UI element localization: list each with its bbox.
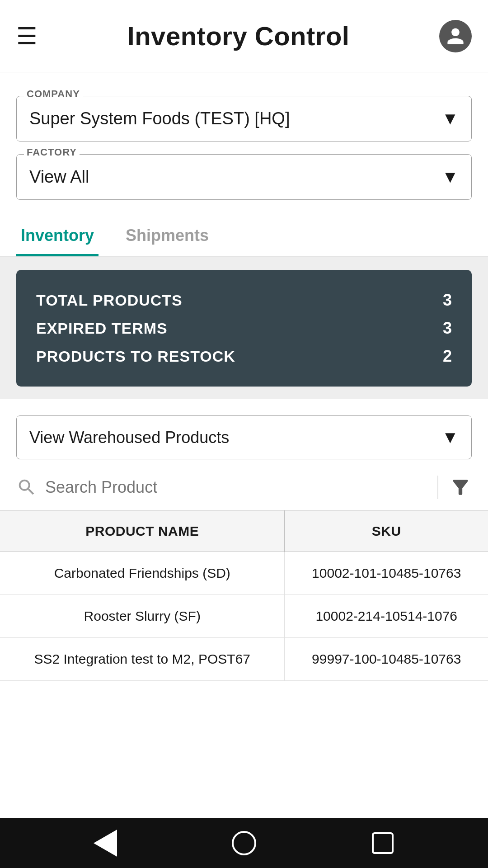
company-label: COMPANY (24, 88, 83, 100)
home-button[interactable] (230, 830, 258, 857)
cell-product-name: Rooster Slurry (SF) (0, 595, 285, 638)
company-value: Super System Foods (TEST) [HQ] (29, 109, 290, 128)
search-section (0, 459, 488, 510)
tab-inventory[interactable]: Inventory (16, 213, 99, 256)
table-row[interactable]: Carbonated Friendships (SD)10002-101-104… (0, 552, 488, 595)
total-products-value: 3 (443, 291, 452, 310)
tabs-section: Inventory Shipments (0, 213, 488, 257)
search-input[interactable] (45, 478, 427, 497)
products-to-restock-row: PRODUCTS TO RESTOCK 2 (36, 342, 452, 370)
cell-product-name: Carbonated Friendships (SD) (0, 552, 285, 595)
home-icon (232, 831, 256, 855)
cell-product-name: SS2 Integration test to M2, POST67 (0, 638, 285, 681)
products-to-restock-label: PRODUCTS TO RESTOCK (36, 348, 235, 365)
app-bar: ☰ Inventory Control (0, 0, 488, 72)
view-warehoused-select[interactable]: View Warehoused Products ▼ (16, 415, 472, 459)
view-select-chevron-icon: ▼ (441, 428, 459, 447)
view-select-value: View Warehoused Products (29, 428, 229, 447)
products-to-restock-value: 2 (443, 347, 452, 366)
recent-icon (372, 832, 394, 854)
factory-value: View All (29, 167, 89, 187)
col-sku: SKU (285, 511, 488, 552)
filter-icon[interactable] (449, 476, 472, 499)
back-icon (94, 830, 117, 857)
table-row[interactable]: SS2 Integration test to M2, POST6799997-… (0, 638, 488, 681)
table-header-row: PRODUCT NAME SKU (0, 511, 488, 552)
factory-select[interactable]: FACTORY View All ▼ (16, 154, 472, 200)
products-table: PRODUCT NAME SKU Carbonated Friendships … (0, 510, 488, 681)
table-row[interactable]: Rooster Slurry (SF)10002-214-10514-1076 (0, 595, 488, 638)
hamburger-button[interactable]: ☰ (16, 24, 38, 48)
company-select[interactable]: COMPANY Super System Foods (TEST) [HQ] ▼ (16, 96, 472, 142)
search-divider (437, 476, 438, 499)
back-button[interactable] (92, 830, 119, 857)
filters-section: COMPANY Super System Foods (TEST) [HQ] ▼… (0, 72, 488, 213)
factory-label: FACTORY (24, 146, 80, 158)
bottom-nav (0, 818, 488, 868)
cell-sku: 10002-101-10485-10763 (285, 552, 488, 595)
expired-terms-row: EXPIRED TERMS 3 (36, 314, 452, 342)
company-chevron-icon: ▼ (441, 109, 459, 128)
account-icon[interactable] (439, 20, 472, 52)
cell-sku: 10002-214-10514-1076 (285, 595, 488, 638)
tab-shipments[interactable]: Shipments (121, 213, 213, 256)
view-dropdown-section: View Warehoused Products ▼ (0, 399, 488, 459)
expired-terms-label: EXPIRED TERMS (36, 320, 168, 337)
page-title: Inventory Control (127, 21, 350, 51)
cell-sku: 99997-100-10485-10763 (285, 638, 488, 681)
search-icon (16, 477, 37, 498)
expired-terms-value: 3 (443, 319, 452, 338)
recent-button[interactable] (369, 830, 396, 857)
total-products-label: TOTAL PRODUCTS (36, 292, 183, 309)
factory-chevron-icon: ▼ (441, 167, 459, 187)
stats-background: TOTAL PRODUCTS 3 EXPIRED TERMS 3 PRODUCT… (0, 257, 488, 399)
stats-card: TOTAL PRODUCTS 3 EXPIRED TERMS 3 PRODUCT… (16, 270, 472, 387)
col-product-name: PRODUCT NAME (0, 511, 285, 552)
total-products-row: TOTAL PRODUCTS 3 (36, 286, 452, 314)
products-table-section: PRODUCT NAME SKU Carbonated Friendships … (0, 510, 488, 818)
